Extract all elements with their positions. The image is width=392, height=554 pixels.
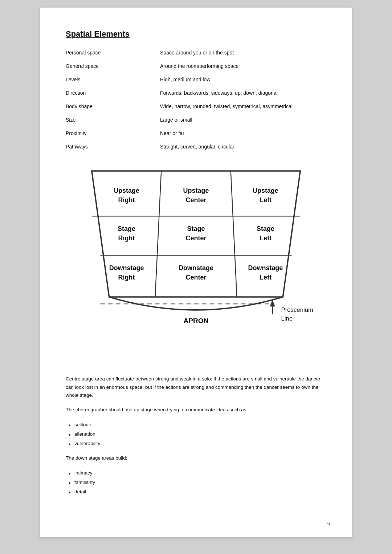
element-row: SizeLarge or small — [66, 116, 326, 124]
page: Spatial Elements Personal spaceSpace aro… — [40, 7, 352, 537]
svg-text:Center: Center — [186, 196, 207, 204]
svg-text:Center: Center — [186, 274, 207, 281]
element-row: DirectionForwards, backwards, sideways, … — [66, 89, 326, 97]
element-value: Wide, narrow, rounded, twisted, symmetri… — [160, 103, 326, 110]
element-row: Personal spaceSpace around you or on the… — [66, 49, 326, 57]
downstage-bullets-list: intimacyfamiliaritydetail — [66, 469, 326, 496]
element-row: General spaceAround the room/performing … — [66, 62, 326, 70]
svg-text:Left: Left — [260, 235, 271, 242]
element-row: Body shapeWide, narrow, rounded, twisted… — [66, 103, 326, 110]
svg-text:Upstage: Upstage — [183, 187, 209, 194]
svg-text:Center: Center — [186, 235, 207, 242]
element-value: Large or small — [160, 116, 326, 124]
element-value: Near or far — [160, 130, 326, 137]
svg-text:Downstage: Downstage — [248, 264, 283, 272]
element-label: Proximity — [66, 130, 160, 136]
upstage-bullets-list: solitudealienationvulnerability — [66, 421, 326, 448]
element-label: Pathways — [66, 143, 160, 150]
svg-text:Line: Line — [281, 315, 293, 322]
downstage-intro: The down stage areas build: — [66, 454, 326, 462]
svg-text:Stage: Stage — [187, 225, 205, 232]
list-item: solitude — [66, 421, 326, 429]
element-label: Size — [66, 116, 160, 123]
element-row: PathwaysStraight, curved, angular, circu… — [66, 143, 326, 151]
element-label: Direction — [66, 89, 160, 96]
svg-text:Right: Right — [118, 235, 135, 242]
svg-text:Downstage: Downstage — [109, 264, 144, 272]
svg-text:Stage: Stage — [257, 225, 274, 232]
paragraph-2: The choreographer should use up stage wh… — [66, 406, 326, 414]
page-number: 6 — [327, 521, 330, 526]
svg-text:Upstage: Upstage — [114, 187, 139, 194]
element-value: Space around you or on the spot — [160, 49, 326, 57]
element-label: General space — [66, 62, 160, 69]
svg-text:Right: Right — [118, 196, 135, 204]
elements-table: Personal spaceSpace around you or on the… — [66, 49, 326, 151]
svg-text:APRON: APRON — [183, 317, 208, 325]
stage-diagram-container: Upstage Right Upstage Center Upstage Lef… — [66, 162, 326, 362]
stage-diagram: Upstage Right Upstage Center Upstage Lef… — [66, 162, 326, 362]
svg-text:Left: Left — [260, 196, 271, 204]
element-value: Straight, curved, angular, circular — [160, 143, 326, 151]
element-value: High, medium and low — [160, 76, 326, 83]
paragraph-1: Centre stage area can fluctuate between … — [66, 375, 326, 399]
svg-text:Upstage: Upstage — [253, 187, 278, 194]
list-item: detail — [66, 488, 326, 496]
list-item: intimacy — [66, 469, 326, 477]
element-label: Body shape — [66, 103, 160, 109]
element-value: Forwards, backwards, sideways, up, down,… — [160, 89, 326, 97]
list-item: alienation — [66, 430, 326, 438]
element-label: Personal space — [66, 49, 160, 56]
element-label: Levels — [66, 76, 160, 82]
svg-text:Right: Right — [118, 274, 135, 281]
page-title: Spatial Elements — [66, 29, 326, 39]
list-item: familiarity — [66, 478, 326, 486]
element-row: ProximityNear or far — [66, 130, 326, 137]
svg-text:Stage: Stage — [118, 225, 135, 232]
element-row: LevelsHigh, medium and low — [66, 76, 326, 83]
svg-text:Left: Left — [260, 274, 271, 281]
svg-text:Proscenium: Proscenium — [281, 306, 313, 313]
element-value: Around the room/performing space — [160, 62, 326, 70]
list-item: vulnerability — [66, 440, 326, 448]
svg-text:Downstage: Downstage — [179, 264, 213, 272]
